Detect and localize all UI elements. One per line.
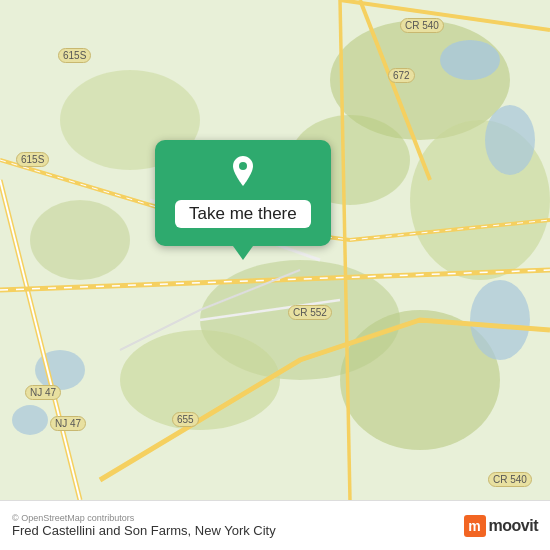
road-label-655: 655 [172,412,199,427]
moovit-logo[interactable]: m moovit [464,515,538,537]
svg-point-13 [12,405,48,435]
svg-point-10 [485,105,535,175]
map-container: CR 540 672 615S 615S NJ 47 NJ 47 CR 552 … [0,0,550,500]
road-label-nj47-2: NJ 47 [50,416,86,431]
location-title: Fred Castellini and Son Farms, New York … [12,523,276,538]
bottom-left: © OpenStreetMap contributors Fred Castel… [12,513,276,538]
road-label-cr540-right: CR 540 [488,472,532,487]
svg-point-9 [440,40,500,80]
road-label-cr540: CR 540 [400,18,444,33]
svg-point-6 [30,200,130,280]
road-label-672: 672 [388,68,415,83]
moovit-m-icon: m [464,515,486,537]
road-label-615s-top: 615S [58,48,91,63]
take-me-there-button[interactable]: Take me there [155,140,331,246]
svg-point-5 [120,330,280,430]
location-pin-icon [225,154,261,190]
tooltip-label: Take me there [175,200,311,228]
svg-point-14 [239,162,247,170]
road-label-615s-mid: 615S [16,152,49,167]
road-label-cr552: CR 552 [288,305,332,320]
svg-point-11 [470,280,530,360]
bottom-bar: © OpenStreetMap contributors Fred Castel… [0,500,550,550]
moovit-text: moovit [489,517,538,535]
road-label-nj47-1: NJ 47 [25,385,61,400]
osm-credit: © OpenStreetMap contributors [12,513,276,523]
